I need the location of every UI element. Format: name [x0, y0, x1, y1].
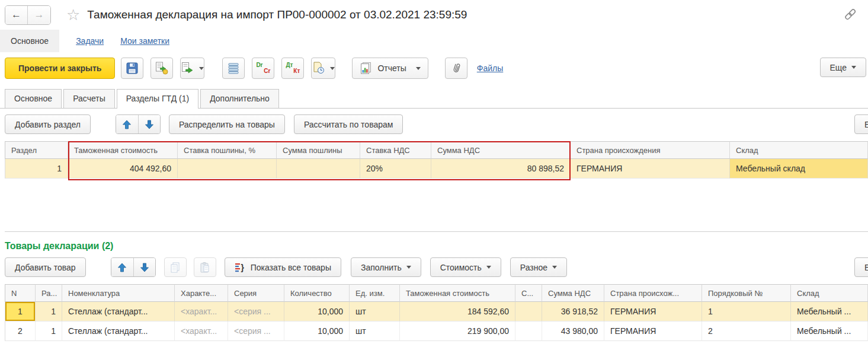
reports-button[interactable]: Отчеты: [352, 58, 428, 79]
move-down-button[interactable]: [133, 258, 155, 276]
cell-warehouse[interactable]: Мебельный ...: [791, 321, 868, 341]
post-and-close-button[interactable]: Провести и закрыть: [5, 58, 115, 79]
cell-quantity[interactable]: 10,000: [284, 302, 350, 321]
svg-text:}: }: [241, 263, 244, 272]
cell-quantity[interactable]: 10,000: [284, 321, 350, 341]
forward-button[interactable]: →: [28, 6, 50, 24]
back-button[interactable]: ←: [5, 6, 28, 24]
save-button[interactable]: [121, 58, 143, 79]
column-header[interactable]: Таможенная стоимость: [68, 141, 178, 159]
tab-calculations[interactable]: Расчеты: [63, 89, 115, 108]
cell-section[interactable]: 1: [36, 321, 62, 341]
cell-item[interactable]: Стеллаж (стандарт...: [62, 321, 175, 341]
tab-main[interactable]: Основное: [5, 89, 62, 108]
cell-item[interactable]: Стеллаж (стандарт...: [62, 302, 175, 321]
copy-row-button[interactable]: [164, 257, 187, 277]
nav-link-notes[interactable]: Мои заметки: [120, 36, 169, 46]
calculate-by-goods-button[interactable]: Рассчитать по товарам: [294, 114, 403, 134]
column-header[interactable]: Раздел: [5, 141, 68, 159]
column-header[interactable]: Ра...: [36, 284, 62, 302]
more-button-sections[interactable]: Еще: [854, 114, 868, 134]
dr-cr-button[interactable]: DrCr: [252, 58, 274, 79]
add-item-button[interactable]: Добавить товар: [5, 257, 86, 277]
more-button-goods[interactable]: Еще: [854, 257, 868, 277]
cell-characteristic[interactable]: <характ...: [175, 321, 228, 341]
cell-ordinal[interactable]: 1: [702, 302, 791, 321]
cell-country[interactable]: ГЕРМАНИЯ: [571, 159, 730, 179]
fill-menu-button[interactable]: Заполнить: [351, 257, 421, 277]
column-header[interactable]: Страна происхождения: [571, 141, 730, 159]
cell-customs-value[interactable]: 219 900,00: [400, 321, 515, 341]
cell-section[interactable]: 1: [36, 302, 62, 321]
cell-vat-amount[interactable]: 80 898,52: [431, 159, 571, 179]
column-header[interactable]: Склад: [730, 141, 868, 159]
get-link-icon[interactable]: [843, 7, 857, 21]
cell-unit[interactable]: шт: [350, 302, 400, 321]
cell-country[interactable]: ГЕРМАНИЯ: [604, 321, 702, 341]
column-header[interactable]: Склад: [791, 284, 868, 302]
column-header[interactable]: С...: [515, 284, 542, 302]
add-section-button[interactable]: Добавить раздел: [5, 114, 91, 134]
cell-vat-amount[interactable]: 43 980,00: [542, 321, 604, 341]
dt-kt-button[interactable]: ДтКт: [281, 58, 304, 79]
cost-label: Стоимость: [440, 263, 482, 272]
column-header[interactable]: Серия: [228, 284, 284, 302]
move-up-button[interactable]: [116, 115, 138, 133]
cell-section-number[interactable]: 1: [5, 159, 68, 179]
tab-gtd-sections[interactable]: Разделы ГТД (1): [117, 89, 198, 109]
cell-vat-rate[interactable]: 20%: [360, 159, 431, 179]
more-button-toolbar[interactable]: Еще: [820, 58, 867, 77]
show-all-goods-button[interactable]: } Показать все товары: [225, 257, 341, 277]
cell-duty-rate[interactable]: [178, 159, 277, 179]
nav-link-tasks[interactable]: Задачи: [76, 36, 104, 46]
column-header[interactable]: Сумма НДС: [431, 141, 571, 159]
column-header[interactable]: Номенклатура: [62, 284, 175, 302]
cost-menu-button[interactable]: Стоимость: [430, 257, 501, 277]
cell-row-number[interactable]: 1: [5, 302, 36, 321]
column-header[interactable]: Ставка НДС: [360, 141, 431, 159]
cell-series[interactable]: <серия ...: [228, 302, 284, 321]
post-document-button[interactable]: [150, 58, 173, 79]
column-header[interactable]: Сумма пошлины: [277, 141, 360, 159]
column-header[interactable]: Ед. изм.: [350, 284, 400, 302]
arrow-down-icon: [145, 120, 154, 129]
cell-characteristic[interactable]: <характ...: [175, 302, 228, 321]
cell-duty-amount[interactable]: [277, 159, 360, 179]
column-header[interactable]: Таможенная стоимость: [400, 284, 515, 302]
cell-warehouse[interactable]: Мебельный склад: [730, 159, 868, 179]
column-header[interactable]: N: [5, 284, 36, 302]
distribute-to-goods-button[interactable]: Распределить на товары: [169, 114, 285, 134]
move-down-button[interactable]: [138, 115, 160, 133]
column-header[interactable]: Сумма НДС: [542, 284, 604, 302]
attachments-button[interactable]: [445, 58, 467, 79]
move-up-button[interactable]: [111, 258, 133, 276]
favorite-star-icon[interactable]: ☆: [66, 7, 80, 23]
column-header[interactable]: Порядковый №: [702, 284, 791, 302]
cell-country[interactable]: ГЕРМАНИЯ: [604, 302, 702, 321]
cell-row-number[interactable]: 2: [5, 321, 36, 341]
cell-customs-value[interactable]: 184 592,60: [400, 302, 515, 321]
cell-unit[interactable]: шт: [350, 321, 400, 341]
tab-additional[interactable]: Дополнительно: [200, 89, 279, 108]
cell-series[interactable]: <серия ...: [228, 321, 284, 341]
column-header[interactable]: Страна происхож...: [604, 284, 702, 302]
paste-row-button[interactable]: [194, 257, 216, 277]
cell-warehouse[interactable]: Мебельный ...: [791, 302, 868, 321]
column-header[interactable]: Ставка пошлины, %: [178, 141, 277, 159]
document-journal-button[interactable]: [311, 58, 335, 79]
table-row: 1 1 Стеллаж (стандарт... <характ... <сер…: [5, 302, 868, 321]
cell-customs-value[interactable]: 404 492,60: [68, 159, 178, 179]
dropdown-caret-icon: [552, 266, 557, 269]
column-header[interactable]: Количество: [284, 284, 350, 302]
cell-duty[interactable]: [515, 321, 542, 341]
misc-menu-button[interactable]: Разное: [510, 257, 567, 277]
post-and-close-menu-button[interactable]: [180, 58, 204, 79]
files-link[interactable]: Файлы: [477, 63, 503, 73]
nav-tab-main[interactable]: Основное: [0, 30, 59, 52]
cell-vat-amount[interactable]: 36 918,52: [542, 302, 604, 321]
column-header[interactable]: Характе...: [175, 284, 228, 302]
cell-ordinal[interactable]: 2: [702, 321, 791, 341]
cell-duty[interactable]: [515, 302, 542, 321]
table-empty-area[interactable]: [5, 179, 868, 232]
register-records-button[interactable]: [222, 58, 245, 79]
